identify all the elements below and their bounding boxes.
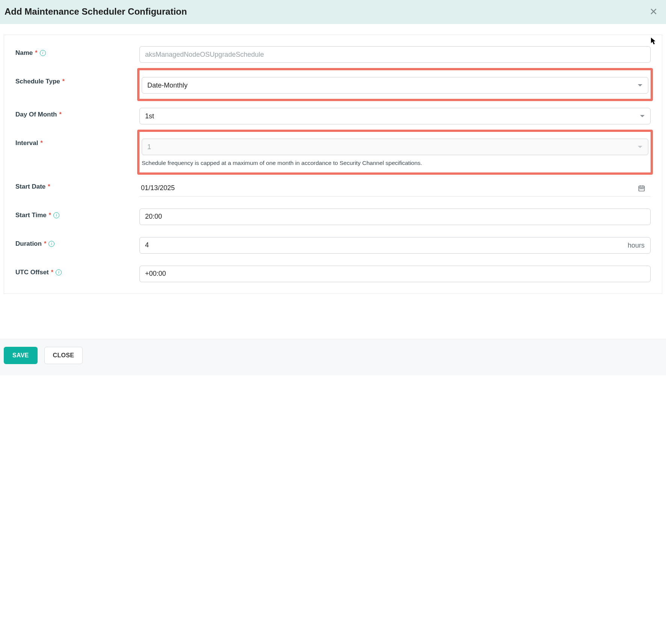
interval-helper-text: Schedule frequency is capped at a maximu…: [142, 159, 648, 167]
name-input-wrap: [139, 46, 651, 63]
label-utc-offset: UTC Offset* i: [15, 266, 139, 276]
field-name: [139, 46, 651, 63]
day-of-month-select[interactable]: 1st: [139, 108, 651, 124]
label-day-of-month: Day Of Month*: [15, 108, 139, 118]
label-start-time: Start Time* i: [15, 209, 139, 219]
svg-rect-4: [640, 188, 641, 189]
field-start-date: 01/13/2025: [139, 180, 651, 197]
required-star: *: [62, 78, 65, 85]
start-time-value: 20:00: [145, 213, 162, 221]
label-interval: Interval*: [15, 136, 139, 147]
calendar-icon[interactable]: [638, 184, 645, 192]
start-date-input[interactable]: 01/13/2025: [139, 180, 651, 197]
modal-header: Add Maintenance Scheduler Configuration …: [0, 0, 666, 24]
svg-rect-6: [643, 188, 644, 189]
field-day-of-month: 1st: [139, 108, 651, 124]
close-icon[interactable]: ✕: [648, 6, 659, 17]
field-schedule-type: Date-Monthly: [139, 75, 651, 96]
required-star: *: [59, 111, 62, 118]
name-input[interactable]: [145, 51, 635, 59]
close-button[interactable]: CLOSE: [44, 347, 83, 364]
info-icon[interactable]: i: [56, 269, 62, 275]
required-star: *: [48, 183, 50, 190]
day-of-month-value: 1st: [145, 112, 154, 120]
label-name: Name* i: [15, 46, 139, 57]
row-interval: Interval* 1 Schedule frequency is capped…: [15, 136, 651, 169]
highlight-schedule-type: Date-Monthly: [137, 68, 653, 101]
utc-offset-value: +00:00: [145, 270, 166, 278]
schedule-type-select[interactable]: Date-Monthly: [142, 77, 648, 94]
required-star: *: [49, 212, 51, 219]
field-utc-offset: +00:00: [139, 266, 651, 282]
info-icon[interactable]: i: [48, 241, 54, 247]
schedule-type-value: Date-Monthly: [147, 82, 188, 89]
row-start-time: Start Time* i 20:00: [15, 209, 651, 225]
start-date-value: 01/13/2025: [141, 184, 175, 192]
cursor-icon: [651, 37, 657, 47]
required-star: *: [44, 240, 46, 247]
label-duration: Duration* i: [15, 237, 139, 248]
required-star: *: [40, 140, 42, 147]
row-start-date: Start Date* 01/13/2025: [15, 180, 651, 197]
highlight-interval: 1 Schedule frequency is capped at a maxi…: [137, 130, 653, 175]
row-name: Name* i: [15, 46, 651, 63]
field-start-time: 20:00: [139, 209, 651, 225]
row-day-of-month: Day Of Month* 1st: [15, 108, 651, 124]
svg-rect-5: [641, 188, 642, 189]
field-interval: 1 Schedule frequency is capped at a maxi…: [139, 136, 651, 169]
info-icon[interactable]: i: [53, 212, 59, 218]
required-star: *: [35, 50, 37, 56]
row-utc-offset: UTC Offset* i +00:00: [15, 266, 651, 282]
label-start-date: Start Date*: [15, 180, 139, 190]
save-button[interactable]: SAVE: [4, 347, 38, 364]
modal-title: Add Maintenance Scheduler Configuration: [5, 6, 187, 17]
start-time-input[interactable]: 20:00: [139, 209, 651, 225]
required-star: *: [51, 269, 53, 276]
interval-select: 1: [142, 139, 648, 155]
row-schedule-type: Schedule Type* Date-Monthly: [15, 75, 651, 96]
footer-bar: SAVE CLOSE: [0, 339, 666, 375]
duration-input[interactable]: 4: [139, 237, 651, 254]
row-duration: Duration* i 4 hours: [15, 237, 651, 254]
form-panel: Name* i Schedule Type* Date-Monthly: [4, 35, 662, 294]
field-duration: 4 hours: [139, 237, 651, 254]
info-icon[interactable]: i: [40, 50, 46, 56]
modal-add-maintenance-scheduler: Add Maintenance Scheduler Configuration …: [0, 0, 666, 375]
interval-value: 1: [147, 143, 151, 151]
label-schedule-type: Schedule Type*: [15, 75, 139, 85]
utc-offset-input[interactable]: +00:00: [139, 266, 651, 282]
duration-value: 4: [145, 241, 149, 249]
